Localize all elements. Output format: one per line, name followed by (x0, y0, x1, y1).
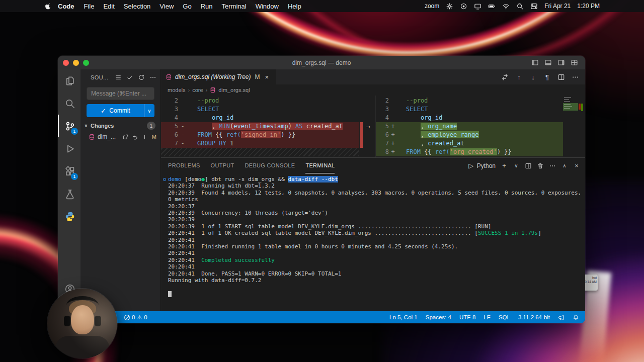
menu-zoom[interactable]: zoom (425, 3, 439, 10)
terminal-line: 20:20:41 (168, 237, 585, 243)
record-icon[interactable] (460, 3, 467, 10)
more-icon[interactable] (572, 73, 579, 81)
search-icon[interactable] (516, 3, 524, 10)
check-icon: ✓ (100, 108, 106, 114)
minimap[interactable] (563, 96, 578, 157)
panel-tab-terminal[interactable]: TERMINAL (305, 158, 335, 173)
menu-app-name[interactable]: Code (53, 3, 79, 10)
wifi-icon[interactable] (502, 3, 510, 10)
problems-status[interactable]: 0 ⚠ 0 (124, 314, 147, 320)
more-icon[interactable] (149, 74, 156, 81)
split-editor-icon[interactable] (557, 73, 565, 81)
diff-line-original: 4 org_id (161, 114, 359, 122)
whitespace-icon[interactable]: ¶ (543, 73, 551, 81)
changes-section-header[interactable]: ∨ Changes 1 (80, 120, 160, 131)
scm-file-row[interactable]: dim_...M (80, 131, 160, 142)
activity-files[interactable] (58, 69, 80, 92)
minimize-window-button[interactable] (73, 60, 79, 66)
status-spaces-4[interactable]: Spaces: 4 (426, 314, 451, 320)
breadcrumb: models›core›dim_orgs.sql (161, 84, 585, 96)
split-terminal-icon[interactable] (525, 162, 532, 169)
commit-message-input[interactable]: Message (⌘Enter ... (87, 87, 154, 100)
refresh-icon[interactable] (138, 74, 145, 81)
display-icon[interactable] (474, 3, 481, 10)
layout-sidebar-left-icon[interactable] (531, 59, 539, 66)
panel-tab-output[interactable]: OUTPUT (211, 158, 234, 173)
status-utf-8[interactable]: UTF-8 (459, 314, 476, 320)
diff-editor[interactable]: 2--prod3SELECT4 org_id5- , MIN(event_tim… (161, 96, 585, 157)
activity-source-control[interactable]: 1 (58, 115, 80, 137)
menu-file[interactable]: File (79, 3, 99, 10)
menu-date[interactable]: Fri Apr 21 (544, 3, 571, 10)
activity-search[interactable] (58, 92, 80, 115)
diff-revert-arrow-icon[interactable]: → (366, 122, 370, 131)
sql-file-icon (166, 74, 172, 80)
menu-terminal[interactable]: Terminal (217, 3, 251, 10)
layout-sidebar-right-icon[interactable] (557, 59, 565, 66)
scm-file-name: dim_... (98, 133, 116, 140)
activity-run-debug[interactable] (58, 137, 80, 160)
window-titlebar[interactable]: dim_orgs.sql — demo (58, 56, 585, 69)
close-panel-icon[interactable]: × (573, 162, 580, 169)
panel-tab-problems[interactable]: PROBLEMS (168, 158, 200, 173)
terminal[interactable]: demo [demo●] dbt run -s dim_orgs && data… (161, 173, 585, 311)
breadcrumb-item[interactable]: models (168, 87, 185, 93)
tab-dim-orgs-sql[interactable]: dim_orgs.sql (Working Tree) M × (161, 69, 276, 84)
control-center-icon[interactable] (530, 3, 538, 10)
diff-modified-pane[interactable]: 2--prod3SELECT4 org_id5+ , org_name6+ , … (376, 97, 563, 157)
terminal-profile[interactable]: ▷ Python (468, 162, 496, 169)
bell-icon[interactable] (573, 314, 579, 321)
layout-panel-icon[interactable] (544, 59, 552, 66)
command-decoration-icon[interactable] (163, 178, 166, 181)
activity-test-beaker[interactable] (58, 183, 80, 205)
diff-original-pane[interactable]: 2--prod3SELECT4 org_id5- , MIN(event_tim… (161, 97, 359, 157)
layout-customize-icon[interactable] (571, 59, 578, 66)
commit-check-icon[interactable] (126, 74, 133, 81)
battery-icon[interactable] (488, 3, 496, 10)
next-change-icon[interactable]: ↓ (529, 73, 537, 81)
tab-close-icon[interactable]: × (265, 73, 269, 81)
activity-python[interactable] (58, 205, 80, 228)
gear-icon[interactable] (446, 3, 453, 10)
prev-change-icon[interactable]: ↑ (515, 73, 523, 81)
open-file-icon[interactable] (122, 134, 129, 140)
diff-line-modified: 2--prod (376, 97, 563, 105)
diff-line-modified: 5+ , org_name (376, 122, 563, 131)
status-ln-5-col-1[interactable]: Ln 5, Col 1 (389, 314, 418, 320)
menu-view[interactable]: View (155, 3, 178, 10)
status-3-11-2-64-bit[interactable]: 3.11.2 64-bit (518, 314, 550, 320)
commit-dropdown-button[interactable]: ∨ (144, 104, 154, 117)
status-sql[interactable]: SQL (499, 314, 510, 320)
menu-help[interactable]: Help (283, 3, 306, 10)
menu-run[interactable]: Run (196, 3, 217, 10)
breadcrumb-item[interactable]: dim_orgs.sql (218, 87, 250, 93)
stage-icon[interactable] (141, 134, 148, 140)
breadcrumb-separator: › (188, 87, 190, 93)
megaphone-icon[interactable] (558, 314, 565, 321)
more-icon[interactable] (549, 162, 556, 169)
apple-menu-icon[interactable] (44, 2, 52, 10)
menu-window[interactable]: Window (251, 3, 283, 10)
new-terminal-icon[interactable]: + (501, 162, 508, 169)
vscode-window: dim_orgs.sql — demo 11 SOU... Message (⌘… (58, 56, 585, 323)
status-lf[interactable]: LF (484, 314, 490, 320)
dropdown-icon[interactable]: ∨ (513, 162, 520, 169)
discard-icon[interactable] (132, 134, 138, 140)
view-list-icon[interactable] (115, 74, 122, 81)
menu-selection[interactable]: Selection (119, 3, 155, 10)
panel-tab-debug-console[interactable]: DEBUG CONSOLE (245, 158, 295, 173)
close-window-button[interactable] (63, 60, 69, 66)
menu-time[interactable]: 1:20 PM (577, 3, 600, 10)
menu-go[interactable]: Go (178, 3, 196, 10)
modified-badge: M (152, 134, 156, 140)
kill-terminal-icon[interactable] (537, 162, 544, 169)
menu-edit[interactable]: Edit (99, 3, 119, 10)
commit-button[interactable]: ✓Commit (87, 104, 144, 117)
diff-line-original: 2--prod (161, 97, 359, 105)
terminal-line: Running with data-diff=0.7.2 (168, 277, 585, 284)
breadcrumb-item[interactable]: core (192, 87, 203, 93)
zoom-window-button[interactable] (83, 60, 89, 66)
activity-extensions[interactable]: 1 (58, 160, 80, 183)
maximize-panel-icon[interactable]: ∧ (561, 162, 568, 169)
compare-icon[interactable] (501, 73, 509, 81)
